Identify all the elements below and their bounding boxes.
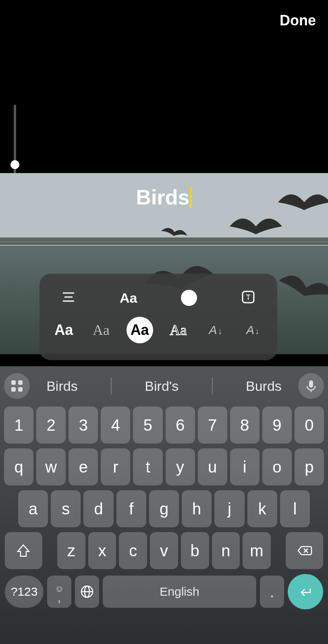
key-w[interactable]: w bbox=[36, 448, 66, 485]
key-t[interactable]: t bbox=[133, 448, 162, 485]
key-u[interactable]: u bbox=[198, 448, 227, 485]
key-x[interactable]: x bbox=[88, 532, 116, 569]
text-cursor bbox=[190, 187, 192, 208]
enter-key[interactable] bbox=[288, 574, 323, 609]
svg-rect-7 bbox=[11, 387, 16, 392]
period-label: . bbox=[270, 583, 274, 601]
backspace-key[interactable] bbox=[286, 532, 323, 569]
suggestion-bar: Birds Bird's Burds bbox=[0, 370, 328, 402]
text-color-button[interactable] bbox=[181, 290, 197, 306]
svg-rect-6 bbox=[18, 380, 23, 385]
key-e[interactable]: e bbox=[69, 448, 98, 485]
key-9[interactable]: 9 bbox=[262, 407, 292, 444]
key-row-qwerty-top: q w e r t y u i o p bbox=[0, 448, 328, 485]
svg-rect-8 bbox=[18, 387, 23, 392]
key-row-bottom: ?123 ☺ , English . bbox=[0, 574, 328, 609]
key-4[interactable]: 4 bbox=[101, 407, 130, 444]
key-o[interactable]: o bbox=[262, 448, 292, 485]
text-tool-panel: Aa T Aa Aa Aa Aa A↓ A↓ bbox=[39, 274, 277, 360]
key-2[interactable]: 2 bbox=[36, 407, 66, 444]
key-1[interactable]: 1 bbox=[4, 407, 33, 444]
key-m[interactable]: m bbox=[243, 532, 271, 569]
key-8[interactable]: 8 bbox=[230, 407, 259, 444]
horizon-line bbox=[0, 242, 328, 245]
emoji-comma-key[interactable]: ☺ , bbox=[47, 576, 71, 608]
key-n[interactable]: n bbox=[212, 532, 240, 569]
font-option-6[interactable]: A↓ bbox=[241, 323, 265, 337]
svg-rect-5 bbox=[11, 380, 16, 385]
font-option-5[interactable]: A↓ bbox=[203, 323, 228, 337]
slider-thumb[interactable] bbox=[10, 160, 19, 169]
key-7[interactable]: 7 bbox=[198, 407, 227, 444]
text-overlay-input[interactable]: Birds bbox=[0, 185, 328, 209]
bird-silhouette bbox=[230, 213, 282, 239]
key-s[interactable]: s bbox=[51, 490, 81, 527]
key-k[interactable]: k bbox=[247, 490, 277, 527]
suggestion-separator bbox=[212, 378, 213, 394]
key-d[interactable]: d bbox=[83, 490, 113, 527]
font-option-2[interactable]: Aa bbox=[89, 322, 113, 339]
done-button[interactable]: Done bbox=[280, 12, 316, 29]
comma-label: , bbox=[58, 596, 61, 600]
text-align-button[interactable] bbox=[61, 290, 76, 306]
key-q[interactable]: q bbox=[4, 448, 33, 485]
key-f[interactable]: f bbox=[116, 490, 146, 527]
suggestion-2[interactable]: Bird's bbox=[145, 378, 179, 394]
key-r[interactable]: r bbox=[101, 448, 130, 485]
font-option-3-selected[interactable]: Aa bbox=[127, 317, 153, 343]
bird-silhouette bbox=[275, 267, 328, 309]
key-j[interactable]: j bbox=[214, 490, 244, 527]
key-5[interactable]: 5 bbox=[133, 407, 162, 444]
suggestion-separator bbox=[111, 378, 112, 394]
key-l[interactable]: l bbox=[280, 490, 310, 527]
key-p[interactable]: p bbox=[295, 448, 324, 485]
key-z[interactable]: z bbox=[57, 532, 85, 569]
key-row-numbers: 1 2 3 4 5 6 7 8 9 0 bbox=[0, 407, 328, 444]
key-g[interactable]: g bbox=[149, 490, 179, 527]
shift-key[interactable] bbox=[5, 532, 42, 569]
key-i[interactable]: i bbox=[230, 448, 259, 485]
key-row-qwerty-mid: a s d f g h j k l bbox=[0, 490, 328, 527]
text-overlay-value: Birds bbox=[136, 186, 190, 209]
key-v[interactable]: v bbox=[150, 532, 178, 569]
key-0[interactable]: 0 bbox=[295, 407, 324, 444]
font-size-button[interactable]: Aa bbox=[120, 290, 137, 306]
symbols-key[interactable]: ?123 bbox=[5, 576, 44, 608]
soft-keyboard: Birds Bird's Burds 1 2 3 4 5 6 7 8 9 0 q… bbox=[0, 366, 328, 644]
keyboard-apps-button[interactable] bbox=[4, 373, 30, 399]
key-b[interactable]: b bbox=[181, 532, 209, 569]
key-y[interactable]: y bbox=[166, 448, 195, 485]
font-style-row: Aa Aa Aa Aa A↓ A↓ bbox=[39, 312, 277, 348]
suggestion-3[interactable]: Burds bbox=[246, 378, 282, 394]
key-row-qwerty-bot: z x c v b n m bbox=[0, 532, 328, 569]
svg-rect-9 bbox=[309, 380, 313, 388]
font-option-4[interactable]: Aa bbox=[166, 322, 190, 339]
period-key[interactable]: . bbox=[260, 576, 284, 608]
suggestion-1[interactable]: Birds bbox=[46, 378, 77, 394]
text-background-button[interactable]: T bbox=[241, 290, 255, 306]
space-key[interactable]: English bbox=[103, 576, 256, 608]
key-6[interactable]: 6 bbox=[166, 407, 195, 444]
key-a[interactable]: a bbox=[18, 490, 48, 527]
key-c[interactable]: c bbox=[119, 532, 147, 569]
svg-text:T: T bbox=[246, 293, 250, 301]
language-switch-key[interactable] bbox=[75, 576, 99, 608]
font-option-1[interactable]: Aa bbox=[52, 322, 76, 339]
voice-input-button[interactable] bbox=[298, 373, 324, 399]
key-3[interactable]: 3 bbox=[69, 407, 98, 444]
key-h[interactable]: h bbox=[182, 490, 212, 527]
